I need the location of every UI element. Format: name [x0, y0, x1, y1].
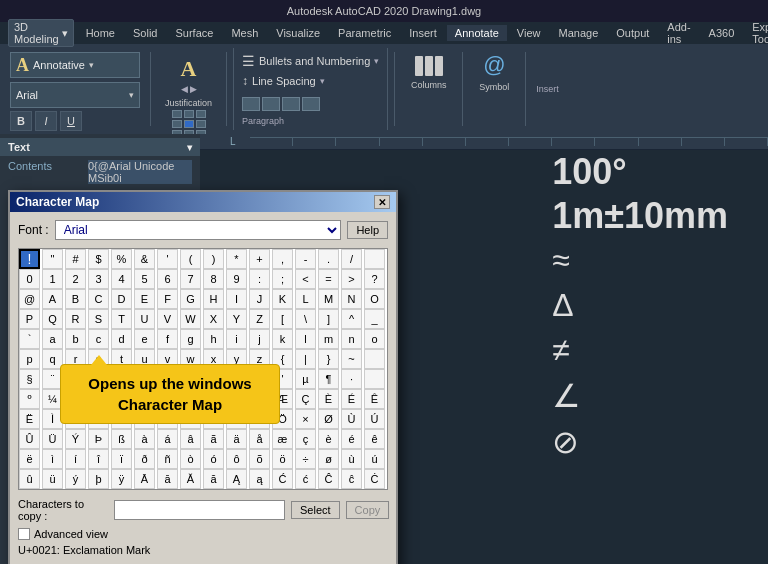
tab-mesh[interactable]: Mesh — [223, 25, 266, 41]
char-cell[interactable]: ¶ — [318, 369, 339, 389]
justification-icon[interactable]: A — [181, 56, 197, 82]
align-mc[interactable] — [184, 120, 194, 128]
char-cell[interactable]: ~ — [341, 349, 362, 369]
char-cell[interactable]: ă — [203, 469, 224, 489]
char-cell[interactable]: ý — [65, 469, 86, 489]
char-cell[interactable]: ^ — [341, 309, 362, 329]
char-cell[interactable]: à — [134, 429, 155, 449]
char-cell[interactable]: f — [157, 329, 178, 349]
char-cell[interactable]: è — [318, 429, 339, 449]
tab-output[interactable]: Output — [608, 25, 657, 41]
char-cell[interactable]: [ — [272, 309, 293, 329]
char-cell[interactable]: % — [111, 249, 132, 269]
char-cell[interactable]: ñ — [157, 449, 178, 469]
select-button[interactable]: Select — [291, 501, 340, 519]
align-right-btn[interactable] — [282, 97, 300, 111]
char-cell[interactable]: Ç — [295, 389, 316, 409]
char-cell[interactable]: ð — [134, 449, 155, 469]
char-cell[interactable]: Ü — [42, 429, 63, 449]
char-cell[interactable]: " — [42, 249, 63, 269]
copy-button[interactable]: Copy — [346, 501, 390, 519]
char-cell[interactable]: ć — [295, 469, 316, 489]
char-cell[interactable]: G — [180, 289, 201, 309]
tab-express[interactable]: Express Tools — [744, 19, 768, 47]
char-cell[interactable]: Ā — [134, 469, 155, 489]
char-cell[interactable]: ÷ — [295, 449, 316, 469]
char-cell[interactable]: É — [341, 389, 362, 409]
italic-button[interactable]: I — [35, 111, 57, 131]
char-cell[interactable]: E — [134, 289, 155, 309]
tab-home[interactable]: Home — [78, 25, 123, 41]
char-cell[interactable]: ó — [203, 449, 224, 469]
char-cell[interactable]: > — [341, 269, 362, 289]
char-cell[interactable] — [364, 249, 385, 269]
char-cell[interactable]: õ — [249, 449, 270, 469]
font-select[interactable]: Arial — [55, 220, 342, 240]
char-cell[interactable]: & — [134, 249, 155, 269]
align-mr[interactable] — [196, 120, 206, 128]
char-cell[interactable]: Q — [42, 309, 63, 329]
char-cell[interactable]: _ — [364, 309, 385, 329]
char-cell[interactable]: Ø — [318, 409, 339, 429]
panel-expand-icon[interactable]: ▾ — [187, 142, 192, 153]
char-cell[interactable]: ì — [42, 449, 63, 469]
char-cell[interactable] — [364, 369, 385, 389]
bullets-item[interactable]: ☰ Bullets and Numbering ▾ — [242, 53, 379, 69]
char-cell[interactable]: | — [295, 349, 316, 369]
align-center-btn[interactable] — [262, 97, 280, 111]
tab-annotate[interactable]: Annotate — [447, 25, 507, 41]
char-cell[interactable]: æ — [272, 429, 293, 449]
char-cell[interactable]: é — [341, 429, 362, 449]
char-cell[interactable]: l — [295, 329, 316, 349]
align-justify-btn[interactable] — [302, 97, 320, 111]
char-cell[interactable]: ß — [111, 429, 132, 449]
char-cell[interactable]: } — [318, 349, 339, 369]
symbol-icon[interactable]: @ — [483, 52, 505, 78]
tab-insert[interactable]: Insert — [401, 25, 445, 41]
char-cell[interactable]: È — [318, 389, 339, 409]
char-cell[interactable]: h — [203, 329, 224, 349]
tab-solid[interactable]: Solid — [125, 25, 165, 41]
char-cell[interactable]: b — [65, 329, 86, 349]
char-cell[interactable]: o — [364, 329, 385, 349]
char-cell[interactable]: § — [19, 369, 40, 389]
char-cell[interactable]: · — [341, 369, 362, 389]
char-cell[interactable]: ! — [19, 249, 40, 269]
tab-view[interactable]: View — [509, 25, 549, 41]
modeling-dropdown[interactable]: 3D Modeling ▾ — [8, 19, 74, 47]
char-cell[interactable]: ą — [249, 469, 270, 489]
char-cell[interactable]: í — [65, 449, 86, 469]
char-cell[interactable]: $ — [88, 249, 109, 269]
char-cell[interactable]: 9 — [226, 269, 247, 289]
char-cell[interactable]: A — [42, 289, 63, 309]
char-cell[interactable]: ö — [272, 449, 293, 469]
char-cell[interactable]: ] — [318, 309, 339, 329]
char-cell[interactable]: = — [318, 269, 339, 289]
char-cell[interactable]: 5 — [134, 269, 155, 289]
char-cell[interactable]: + — [249, 249, 270, 269]
char-cell[interactable]: i — [226, 329, 247, 349]
char-cell[interactable]: ê — [364, 429, 385, 449]
char-cell[interactable]: Ĉ — [318, 469, 339, 489]
char-cell[interactable]: Ċ — [364, 469, 385, 489]
char-cell[interactable]: ā — [157, 469, 178, 489]
align-tl[interactable] — [172, 110, 182, 118]
char-cell[interactable]: 0 — [19, 269, 40, 289]
char-cell[interactable]: M — [318, 289, 339, 309]
char-cell[interactable]: a — [42, 329, 63, 349]
char-cell[interactable]: H — [203, 289, 224, 309]
char-cell[interactable]: º — [19, 389, 40, 409]
char-cell[interactable]: Ú — [364, 409, 385, 429]
char-cell[interactable]: C — [88, 289, 109, 309]
char-cell[interactable]: 4 — [111, 269, 132, 289]
char-cell[interactable]: N — [341, 289, 362, 309]
char-cell[interactable]: J — [249, 289, 270, 309]
char-cell[interactable]: 1 — [42, 269, 63, 289]
char-cell[interactable]: 6 — [157, 269, 178, 289]
char-cell[interactable]: ) — [203, 249, 224, 269]
help-button[interactable]: Help — [347, 221, 388, 239]
char-cell[interactable]: Û — [19, 429, 40, 449]
char-cell[interactable]: 8 — [203, 269, 224, 289]
font-selector[interactable]: Arial ▾ — [10, 82, 140, 108]
char-cell[interactable]: ô — [226, 449, 247, 469]
